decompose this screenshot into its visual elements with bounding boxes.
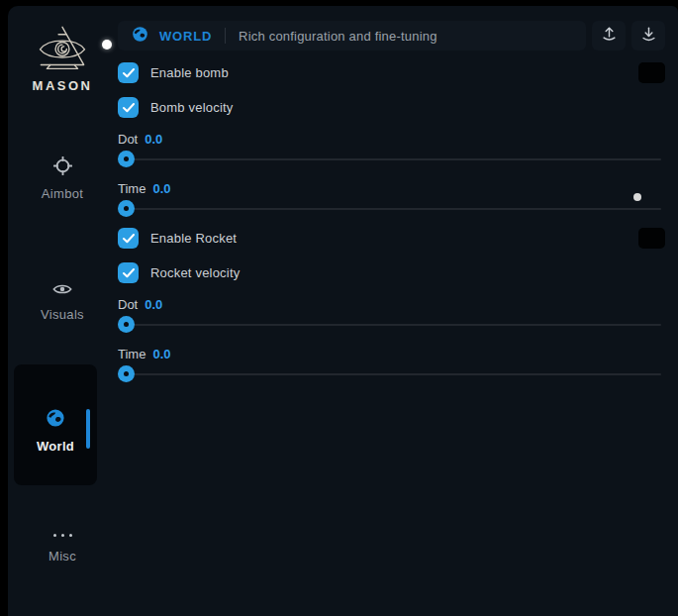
toggle-enable-bomb: Enable bomb xyxy=(118,62,665,83)
sidebar-item-world[interactable]: World xyxy=(14,364,97,485)
header: WORLD Rich configuration and fine-tuning xyxy=(118,21,665,51)
sidebar-item-visuals[interactable]: Visuals xyxy=(8,282,117,322)
globe-icon xyxy=(46,408,65,432)
main-panel: WORLD Rich configuration and fine-tuning xyxy=(118,21,665,383)
slider-label: Time xyxy=(118,347,145,361)
ellipsis-icon xyxy=(53,528,72,542)
slider-track xyxy=(119,373,661,375)
slider-thumb[interactable] xyxy=(118,316,135,333)
upload-icon xyxy=(600,25,619,48)
slider-label-row: Time 0.0 xyxy=(118,181,665,196)
page-subtitle: Rich configuration and fine-tuning xyxy=(239,29,436,44)
sidebar-item-label: Misc xyxy=(48,549,76,564)
color-swatch[interactable] xyxy=(638,228,665,249)
toggle-label: Rocket velocity xyxy=(150,265,240,280)
slider-label-row: Dot 0.0 xyxy=(118,132,665,147)
slider-thumb[interactable] xyxy=(118,200,135,217)
slider-label-row: Dot 0.0 xyxy=(118,297,665,312)
brand: MASON xyxy=(8,24,117,93)
check-icon xyxy=(123,68,135,78)
slider-label-row: Time 0.0 xyxy=(118,347,665,361)
slider-bomb-time[interactable] xyxy=(118,200,665,218)
checkbox[interactable] xyxy=(118,262,139,283)
toggle-enable-rocket: Enable Rocket xyxy=(118,228,665,249)
slider-rocket-time[interactable] xyxy=(118,365,665,383)
slider-value: 0.0 xyxy=(145,297,162,312)
sidebar: MASON Aimbot Visuals xyxy=(8,6,117,616)
toggle-rocket-velocity: Rocket velocity xyxy=(118,262,665,283)
sidebar-item-label: World xyxy=(37,439,74,454)
slider-bomb-dot[interactable] xyxy=(118,151,665,168)
app-window: MASON Aimbot Visuals xyxy=(8,6,678,616)
toggle-bomb-velocity: Bomb velocity xyxy=(118,97,665,118)
checkbox[interactable] xyxy=(118,228,139,249)
upload-config-button[interactable] xyxy=(592,21,626,51)
slider-value: 0.0 xyxy=(152,181,170,196)
slider-label: Dot xyxy=(118,297,138,312)
page-title: WORLD xyxy=(159,29,212,44)
sidebar-item-label: Aimbot xyxy=(42,186,83,201)
slider-value: 0.0 xyxy=(145,132,162,147)
slider-label: Time xyxy=(118,181,145,196)
slider-track xyxy=(119,208,661,210)
active-tab-indicator xyxy=(86,409,90,449)
check-icon xyxy=(123,234,135,244)
eye-icon xyxy=(52,282,72,300)
crosshair-icon xyxy=(53,156,72,179)
sidebar-item-aimbot[interactable]: Aimbot xyxy=(8,156,117,201)
slider-thumb[interactable] xyxy=(118,365,135,382)
slider-rocket-dot[interactable] xyxy=(118,316,665,334)
color-swatch[interactable] xyxy=(638,62,665,83)
sidebar-item-label: Visuals xyxy=(41,307,84,322)
header-bar: WORLD Rich configuration and fine-tuning xyxy=(118,21,586,51)
brand-name: MASON xyxy=(8,78,117,93)
mason-logo-icon xyxy=(8,24,117,73)
globe-icon xyxy=(132,26,148,47)
header-divider xyxy=(225,28,226,44)
checkbox[interactable] xyxy=(118,62,139,83)
slider-thumb[interactable] xyxy=(118,151,135,167)
download-config-button[interactable] xyxy=(631,21,665,51)
download-icon xyxy=(639,25,658,48)
check-icon xyxy=(123,268,135,278)
toggle-label: Bomb velocity xyxy=(150,100,234,115)
slider-value: 0.0 xyxy=(152,347,170,361)
check-icon xyxy=(123,103,135,113)
sidebar-item-misc[interactable]: Misc xyxy=(8,528,117,564)
slider-track xyxy=(119,158,661,160)
toggle-label: Enable Rocket xyxy=(150,231,237,246)
toggle-label: Enable bomb xyxy=(150,65,229,80)
slider-label: Dot xyxy=(118,132,138,147)
slider-track xyxy=(119,324,661,326)
checkbox[interactable] xyxy=(118,97,139,118)
